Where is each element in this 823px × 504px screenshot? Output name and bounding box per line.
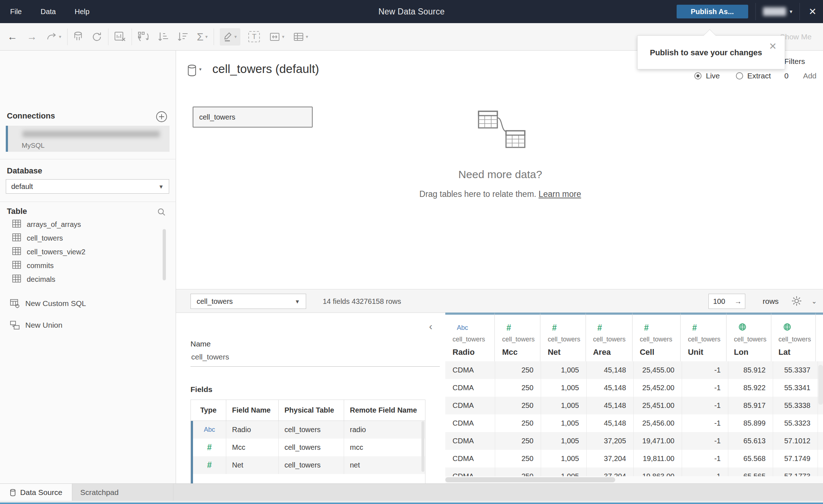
grid-column-header[interactable]: #cell_towersMcc [495, 313, 540, 361]
collapse-grid-chevron-icon[interactable]: ⌄ [811, 289, 817, 313]
extract-label: Extract [747, 72, 771, 80]
cell-size-icon[interactable]: ▾ [293, 28, 308, 46]
grid-column-header[interactable]: cell_towersLon [726, 313, 771, 361]
table-grid-icon [12, 247, 21, 257]
datasource-menu-caret-icon[interactable]: ▾ [199, 66, 202, 72]
column-name-label: Lon [734, 348, 771, 357]
empty-state: Need more data? Drag tables here to rela… [392, 108, 609, 199]
close-window-icon[interactable]: ✕ [809, 6, 816, 17]
clear-sheet-icon[interactable] [114, 28, 126, 46]
grid-cell: 250 [495, 450, 541, 468]
divider [800, 3, 800, 20]
swap-rows-columns-icon[interactable] [138, 28, 150, 46]
field-cell: Net [226, 456, 279, 474]
sidebar-scrollbar[interactable] [163, 229, 166, 280]
grid-data-row[interactable]: CDMA2501,00545,14825,456.00-185.89955.33… [445, 414, 823, 432]
grid-data-row[interactable]: CDMA2501,00537,20419,811.00-165.56857.17… [445, 450, 823, 468]
pause-updates-icon[interactable] [73, 28, 83, 46]
tab-data-source[interactable]: Data Source [0, 484, 72, 501]
row-count-input[interactable] [708, 294, 745, 309]
totals-icon[interactable]: Σ▾ [197, 28, 208, 46]
column-type-icon-wrap: Abc [453, 322, 494, 333]
grid-scrollbar-thumb[interactable] [445, 477, 615, 482]
grid-data-row[interactable]: CDMA2501,00545,14825,451.00-185.91755.33… [445, 397, 823, 414]
grid-column-header[interactable]: cell_towersLat [771, 313, 816, 361]
grid-cell: CDMA [445, 397, 495, 414]
grid-column-header[interactable]: #cell_towersNet [540, 313, 586, 361]
number-type-icon: # [506, 323, 511, 333]
grid-cell: 57.1773 [773, 468, 818, 476]
grid-data-row[interactable]: CDMA2501,00545,14825,452.00-185.92255.33… [445, 379, 823, 397]
fields-table-row[interactable]: #Mcccell_towersmcc [191, 439, 425, 456]
grid-table-select[interactable]: cell_towers ▼ [190, 294, 306, 309]
table-list-item[interactable]: decimals [0, 272, 176, 286]
publish-as-button[interactable]: Publish As... [677, 5, 748, 18]
grid-data-row[interactable]: CDMA2501,00537,20519,471.00-165.61357.10… [445, 432, 823, 450]
grid-vertical-scrollbar[interactable] [818, 365, 823, 405]
live-radio[interactable]: Live [694, 72, 720, 80]
grid-cell: 85.899 [728, 414, 773, 432]
sort-descending-icon[interactable] [177, 28, 189, 46]
table-grid-icon [12, 275, 21, 284]
grid-cell: 1,005 [541, 432, 587, 450]
live-label: Live [706, 72, 720, 80]
grid-cell: 55.3337 [773, 361, 818, 379]
grid-cell: -1 [682, 414, 728, 432]
user-menu-caret-icon[interactable]: ▾ [790, 8, 793, 15]
name-value[interactable]: cell_towers [191, 353, 229, 361]
grid-column-header[interactable]: #cell_towersArea [586, 313, 633, 361]
fields-table-row[interactable]: AbcRadiocell_towersradio [191, 421, 425, 439]
grid-data-row[interactable]: CDMA2501,00537,20419,863.00-165.56557.17… [445, 468, 823, 476]
replay-icon[interactable]: ▾ [46, 28, 61, 46]
search-icon[interactable] [157, 207, 166, 218]
sort-ascending-icon[interactable] [158, 28, 170, 46]
refresh-icon[interactable] [91, 28, 102, 46]
extract-radio[interactable]: Extract [736, 72, 771, 80]
learn-more-link[interactable]: Learn more [539, 189, 581, 199]
new-custom-sql-label: New Custom SQL [25, 299, 86, 308]
undo-icon[interactable]: ← [7, 28, 17, 46]
table-list: arrays_of_arrayscell_towerscell_towers_v… [0, 217, 176, 286]
tooltip-close-icon[interactable]: ✕ [769, 41, 777, 52]
new-union-button[interactable]: New Union [0, 317, 176, 333]
number-type-icon: # [644, 323, 649, 333]
filters-add-link[interactable]: Add [803, 72, 816, 80]
user-avatar[interactable] [763, 7, 786, 16]
table-list-item[interactable]: cell_towers [0, 231, 176, 245]
column-source-label: cell_towers [779, 336, 815, 343]
grid-cell: 250 [495, 414, 541, 432]
database-select[interactable]: default ▼ [6, 179, 169, 194]
tab-data-source-label: Data Source [20, 488, 63, 497]
fields-table-row[interactable]: #Netcell_towersnet [191, 456, 425, 474]
tab-scratchpad[interactable]: Scratchpad [72, 484, 173, 501]
grid-cell: 45,148 [587, 397, 634, 414]
collapse-panel-icon[interactable]: ‹ [429, 321, 432, 332]
table-list-item[interactable]: arrays_of_arrays [0, 217, 176, 231]
connection-item[interactable]: MySQL [6, 126, 170, 152]
radio-unselected-icon [736, 72, 743, 79]
column-source-label: cell_towers [688, 336, 726, 343]
rows-label: rows [763, 289, 779, 313]
gear-icon[interactable] [791, 296, 802, 308]
new-custom-sql-button[interactable]: New Custom SQL [0, 296, 176, 311]
grid-horizontal-scrollbar[interactable] [445, 476, 823, 483]
text-label-icon[interactable]: T [248, 28, 260, 46]
logical-table-node[interactable]: cell_towers [193, 107, 313, 128]
table-list-item[interactable]: cell_towers_view2 [0, 245, 176, 259]
database-cylinder-icon[interactable] [187, 64, 197, 78]
grid-column-header[interactable]: #cell_towersCell [633, 313, 681, 361]
fields-scrollbar[interactable] [421, 421, 424, 472]
grid-column-header[interactable]: Abccell_towersRadio [445, 313, 495, 361]
highlight-icon[interactable]: ▾ [220, 28, 241, 46]
grid-column-header[interactable]: #cell_towersUnit [681, 313, 726, 361]
fit-view-icon[interactable]: ▾ [269, 28, 284, 46]
database-select-value: default [11, 182, 33, 191]
add-connection-icon[interactable] [155, 111, 168, 124]
redo-icon[interactable]: → [27, 28, 37, 46]
column-name-label: Lat [779, 348, 815, 357]
table-list-item[interactable]: commits [0, 259, 176, 272]
grid-data-row[interactable]: CDMA2501,00545,14825,455.00-185.91255.33… [445, 361, 823, 379]
empty-state-text: Drag tables here to relate them. [419, 189, 536, 199]
topbar-right: Publish As... ▾ ✕ [677, 0, 816, 23]
grid-cell: 57.1012 [773, 432, 818, 450]
